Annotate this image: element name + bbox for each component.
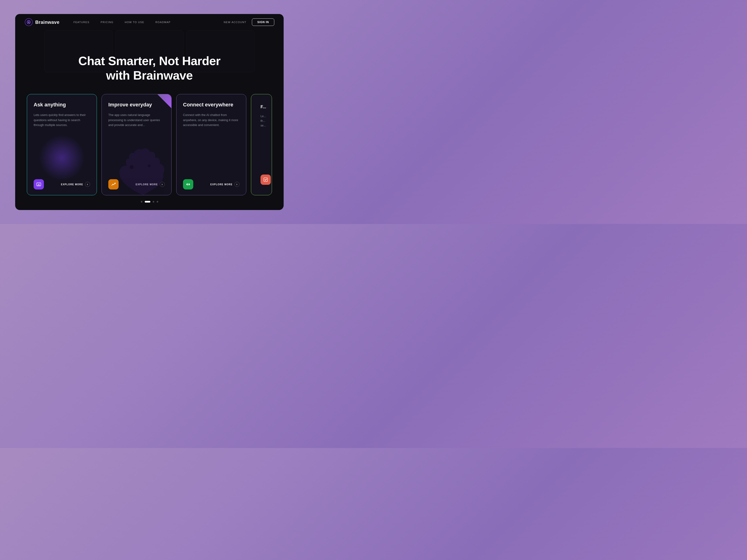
card-2-explore-btn[interactable]: EXPLORE MORE › xyxy=(136,182,165,187)
sign-in-button[interactable]: SIGN IN xyxy=(252,19,274,26)
card-3-desc: Connect with the AI chatbot from anywher… xyxy=(183,112,239,176)
svg-rect-9 xyxy=(264,178,267,182)
card-connect-everywhere: Connect everywhere Connect with the AI c… xyxy=(176,94,246,195)
card-1-footer: EXPLORE MORE › xyxy=(34,176,90,189)
nav-roadmap[interactable]: ROADMAP xyxy=(155,21,171,24)
card-fourth-partial: F... Le...th...se... xyxy=(251,94,272,195)
app-window: Brainwave FEATURES PRICING HOW TO USE RO… xyxy=(15,14,284,210)
card-3-title: Connect everywhere xyxy=(183,102,239,108)
logo-area[interactable]: Brainwave xyxy=(25,18,59,26)
hero-title: Chat Smarter, Not Harder with Brainwave xyxy=(78,54,221,83)
card-1-explore-arrow: › xyxy=(85,182,90,187)
pagination-dot-1[interactable] xyxy=(141,201,143,203)
logo-text: Brainwave xyxy=(35,20,59,25)
svg-point-5 xyxy=(40,185,40,186)
card-2-desc: The app uses natural language processing… xyxy=(108,112,165,176)
new-account-link[interactable]: NEW ACCOUNT xyxy=(224,21,246,24)
card-2-corner xyxy=(157,94,171,108)
card-3-footer: EXPLORE MORE › xyxy=(183,176,239,189)
pagination xyxy=(141,195,158,210)
cards-container: Ask anything Lets users quickly find ans… xyxy=(15,94,284,195)
card-2-footer: EXPLORE MORE › xyxy=(108,176,165,189)
svg-point-3 xyxy=(37,185,38,186)
nav-pricing[interactable]: PRICING xyxy=(101,21,113,24)
hero-heading: Chat Smarter, Not Harder with Brainwave xyxy=(78,54,221,83)
card-1-explore-btn[interactable]: EXPLORE MORE › xyxy=(61,182,90,187)
card-3-explore-arrow: › xyxy=(234,182,239,187)
hero-section: Chat Smarter, Not Harder with Brainwave … xyxy=(15,30,284,210)
card-4-title: F... xyxy=(260,105,262,110)
pagination-dot-3[interactable] xyxy=(153,201,154,203)
brainwave-logo-icon xyxy=(25,18,33,26)
navbar: Brainwave FEATURES PRICING HOW TO USE RO… xyxy=(15,14,284,30)
card-1-icon xyxy=(34,179,44,189)
svg-point-1 xyxy=(28,22,29,23)
card-3-icon xyxy=(183,179,193,189)
svg-point-4 xyxy=(38,185,39,186)
nav-how-to-use[interactable]: HOW TO USE xyxy=(125,21,144,24)
card-improve-everyday: Improve everyday The app uses natural la… xyxy=(102,94,172,195)
nav-links: FEATURES PRICING HOW TO USE ROADMAP xyxy=(74,21,224,24)
card-1-desc: Lets users quickly find answers to their… xyxy=(34,112,90,176)
card-ask-anything: Ask anything Lets users quickly find ans… xyxy=(27,94,97,195)
card-3-explore-btn[interactable]: EXPLORE MORE › xyxy=(210,182,239,187)
card-4-desc: Le...th...se... xyxy=(260,114,262,175)
card-2-explore-arrow: › xyxy=(160,182,165,187)
pagination-dot-2-active[interactable] xyxy=(145,201,150,203)
card-4-icon xyxy=(260,175,271,185)
card-1-title: Ask anything xyxy=(34,102,90,108)
card-2-icon xyxy=(108,179,119,189)
nav-right: NEW ACCOUNT SIGN IN xyxy=(224,19,274,26)
card-2-title: Improve everyday xyxy=(108,102,165,108)
nav-features[interactable]: FEATURES xyxy=(74,21,89,24)
pagination-dot-4[interactable] xyxy=(157,201,158,203)
